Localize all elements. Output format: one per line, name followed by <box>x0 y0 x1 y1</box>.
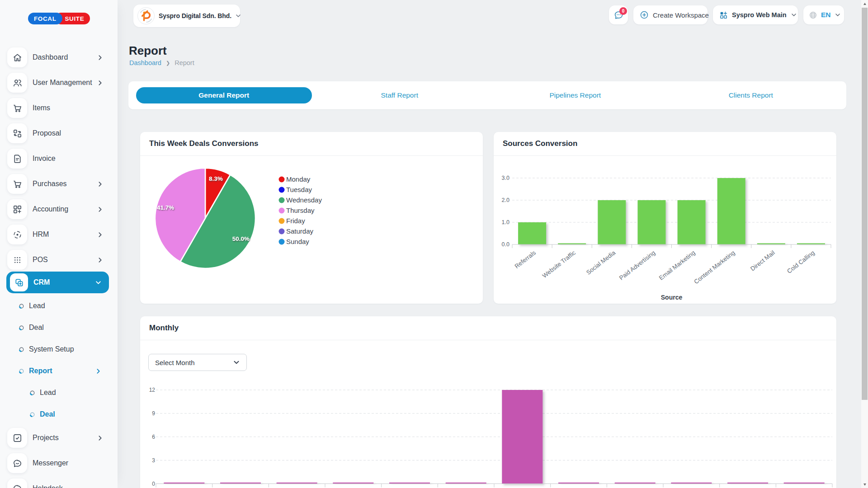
monthly-bar-chart[interactable]: 036912 <box>140 364 836 488</box>
bullet-icon <box>19 347 24 352</box>
svg-text:0: 0 <box>152 481 155 487</box>
sidebar-item-report[interactable]: Report <box>6 360 109 382</box>
bullet-icon <box>29 412 35 418</box>
cart-icon <box>7 98 27 118</box>
scrollbar-up-arrow[interactable] <box>861 0 868 7</box>
sidebar-item-label: System Setup <box>29 345 74 353</box>
workspace-selector[interactable]: Syspro Digital Sdn. Bhd. <box>133 5 240 27</box>
sidebar-item-messenger[interactable]: Messenger <box>6 453 109 473</box>
report-tabs: General ReportStaff ReportPipelines Repo… <box>128 81 846 109</box>
sidebar-item-items[interactable]: Items <box>6 98 109 118</box>
create-workspace-label: Create Workspace <box>653 11 709 19</box>
sidebar-item-label: User Management <box>33 79 92 87</box>
chevron-right-icon <box>97 257 104 263</box>
sidebar-nav: DashboardUser ManagementItemsProposalInv… <box>6 47 109 488</box>
x-tick-label: Paid Advertising <box>618 249 657 282</box>
legend-label-saturday: Saturday <box>286 227 314 235</box>
sidebar-item-purchases[interactable]: Purchases <box>6 174 109 194</box>
breadcrumb-current: Report <box>175 59 194 66</box>
plus-circle-icon <box>640 10 649 19</box>
weekly-deals-pie-chart[interactable]: 8.3%50.0%41.7%MondayTuesdayWednesdayThur… <box>140 156 483 304</box>
chevron-down-icon <box>235 13 241 19</box>
sidebar-item-label: Lead <box>40 389 56 397</box>
crm-icon <box>10 273 28 291</box>
sidebar-item-label: Dashboard <box>33 53 68 61</box>
svg-text:3: 3 <box>152 457 155 464</box>
language-selector[interactable]: EN <box>803 5 844 24</box>
sidebar-item-label: Report <box>29 367 52 375</box>
chat-badge: 0 <box>619 7 627 15</box>
x-tick-label: Direct Mail <box>749 249 776 272</box>
tab-pipelines-report[interactable]: Pipelines Report <box>487 87 663 103</box>
page-scrollbar[interactable] <box>861 0 868 488</box>
x-tick-label: Website Traffic <box>541 249 577 279</box>
x-tick-label: Content Marketing <box>693 249 736 286</box>
language-label: EN <box>821 11 831 19</box>
sidebar-item-hrm[interactable]: HRM <box>6 225 109 244</box>
app-logo: FOCAL SUITE <box>28 13 90 24</box>
home-icon <box>7 47 27 67</box>
sidebar-item-label: Messenger <box>33 459 68 467</box>
chevron-right-icon <box>95 368 102 375</box>
sidebar-item-label: Invoice <box>33 155 56 163</box>
projects-icon <box>7 428 27 448</box>
sidebar-item-helpdesk[interactable]: Helpdesk <box>6 479 109 488</box>
chat-icon <box>7 479 27 488</box>
sidebar-item-lead[interactable]: Lead <box>6 382 109 404</box>
svg-text:12: 12 <box>149 387 156 393</box>
sidebar-item-label: CRM <box>33 278 50 286</box>
sources-conversion-card: Sources Conversion 0.01.02.03.0Referrals… <box>494 132 836 304</box>
chevron-right-icon <box>97 206 104 213</box>
sidebar-item-label: POS <box>33 256 48 264</box>
sidebar-item-label: Projects <box>33 434 59 442</box>
legend-label-friday: Friday <box>286 217 305 225</box>
chevron-right-icon <box>97 181 104 188</box>
workspace-menu-button[interactable]: Syspro Web Main <box>713 5 798 24</box>
globe-icon <box>809 11 817 19</box>
legend-label-wednesday: Wednesday <box>286 196 322 204</box>
create-workspace-button[interactable]: Create Workspace <box>633 5 708 24</box>
sidebar-item-user-management[interactable]: User Management <box>6 73 109 93</box>
scrollbar-thumb[interactable] <box>862 8 868 400</box>
workspace-menu-label: Syspro Web Main <box>732 11 787 19</box>
legend-label-tuesday: Tuesday <box>286 186 312 193</box>
sidebar-item-crm[interactable]: CRM <box>6 272 109 293</box>
sidebar-item-pos[interactable]: POS <box>6 250 109 270</box>
logo-focal: FOCAL <box>28 13 62 24</box>
sidebar-item-proposal[interactable]: Proposal <box>6 123 109 143</box>
bullet-icon <box>19 325 24 331</box>
svg-text:8.3%: 8.3% <box>209 175 223 182</box>
scrollbar-down-arrow[interactable] <box>861 481 868 488</box>
tab-clients-report[interactable]: Clients Report <box>663 87 839 103</box>
chevron-right-icon <box>97 231 104 238</box>
chevron-down-icon <box>95 279 102 286</box>
sidebar-item-system-setup[interactable]: System Setup <box>6 338 109 360</box>
sources-conversion-bar-chart[interactable]: 0.01.02.03.0ReferralsWebsite TrafficSoci… <box>494 156 836 304</box>
sidebar-item-deal[interactable]: Deal <box>6 404 109 425</box>
monthly-title: Monthly <box>140 316 836 340</box>
chat-button[interactable]: 0 <box>609 5 628 24</box>
workspace-grid-icon <box>719 11 728 19</box>
sources-conversion-title: Sources Conversion <box>494 132 836 156</box>
sidebar-item-invoice[interactable]: Invoice <box>6 149 109 169</box>
sidebar-item-projects[interactable]: Projects <box>6 428 109 448</box>
weekly-deals-title: This Week Deals Conversions <box>140 132 483 156</box>
x-tick-label: Cold Calling <box>786 249 816 275</box>
tab-staff-report[interactable]: Staff Report <box>312 87 488 103</box>
sidebar-item-deal[interactable]: Deal <box>6 317 109 338</box>
svg-text:3.0: 3.0 <box>502 175 509 181</box>
tab-general-report[interactable]: General Report <box>136 87 312 103</box>
weekly-deals-pie-svg: 8.3%50.0%41.7%MondayTuesdayWednesdayThur… <box>140 156 483 304</box>
sidebar-item-label: Deal <box>40 410 55 418</box>
sidebar-item-lead[interactable]: Lead <box>6 295 109 317</box>
sidebar-item-accounting[interactable]: Accounting <box>6 199 109 219</box>
svg-text:50.0%: 50.0% <box>232 235 250 242</box>
legend-label-thursday: Thursday <box>286 206 315 214</box>
bullet-icon <box>19 368 24 374</box>
chevron-down-icon <box>791 12 797 18</box>
chevron-right-icon <box>97 54 104 61</box>
sidebar-item-dashboard[interactable]: Dashboard <box>6 47 109 67</box>
page-title: Report <box>129 44 167 58</box>
weekly-deals-card: This Week Deals Conversions 8.3%50.0%41.… <box>140 132 483 304</box>
breadcrumb-dashboard-link[interactable]: Dashboard <box>129 59 161 66</box>
